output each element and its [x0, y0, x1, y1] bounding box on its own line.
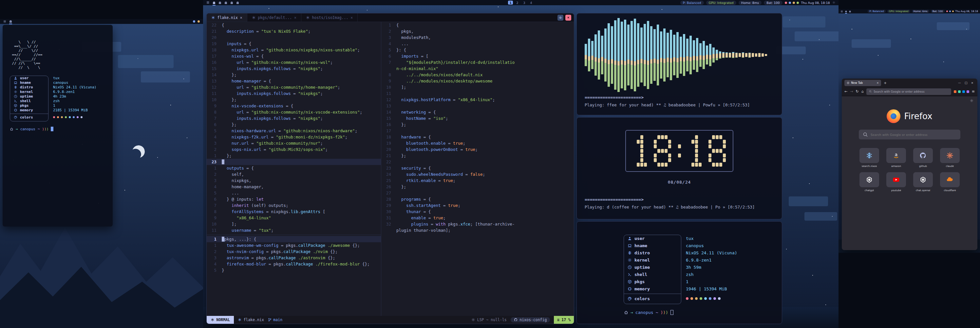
- taskbar-item[interactable]: 4: [529, 1, 534, 5]
- line-number: 3: [207, 177, 222, 184]
- editor-tab-pkgs-default-[interactable]: pkgs/default...×: [247, 13, 301, 22]
- editor-tab-flake-nix[interactable]: flake.nix×: [207, 13, 247, 22]
- forward-button[interactable]: →: [850, 89, 853, 93]
- line-number: 11: [381, 90, 396, 97]
- editor-pane-iso-image[interactable]: 1{2 pkgs,3 modulesPath,4 ...5}: {6 impor…: [381, 22, 574, 316]
- new-tab-button[interactable]: +: [884, 81, 887, 85]
- taskbar-item[interactable]: 1: [508, 1, 513, 5]
- personalize-gear-icon[interactable]: [970, 99, 974, 103]
- shell-prompt[interactable]: →canopus~))): [624, 310, 774, 315]
- tray-icon[interactable]: [793, 2, 795, 4]
- clock-digit: [708, 135, 726, 166]
- editor-pane-flake[interactable]: 22{21 description = "tux's NixOS Flake";…: [207, 22, 381, 233]
- visualizer-bar: [617, 17, 620, 93]
- right-monitor: P: Balanced GPU: Integrated Home: 6ms Ba…: [838, 9, 980, 253]
- shortcut-tile-cloudflare[interactable]: cloudflare: [939, 172, 961, 192]
- code-line: 3 nixpkgs,: [207, 177, 381, 184]
- tray-icon[interactable]: [785, 2, 787, 4]
- workspace-tag[interactable]: [9, 20, 13, 23]
- menu-icon[interactable]: [840, 10, 843, 13]
- visualizer-bar: [742, 17, 744, 93]
- tab-close-icon[interactable]: ×: [877, 81, 879, 84]
- url-bar[interactable]: Search with Google or enter address: [866, 89, 951, 95]
- shortcut-tile-amazon[interactable]: aamazon: [885, 148, 907, 168]
- toggle-button[interactable]: [557, 15, 563, 21]
- home-button[interactable]: ⌂: [861, 89, 864, 93]
- workspace-tag[interactable]: [230, 1, 234, 5]
- extension-icon[interactable]: [967, 90, 969, 93]
- extension-icon[interactable]: [954, 90, 956, 93]
- shortcut-tile-github[interactable]: github: [912, 148, 934, 168]
- back-button[interactable]: ←: [845, 89, 847, 93]
- reload-button[interactable]: ↻: [856, 89, 859, 93]
- code-line: 25 rtkit.enable = true;: [381, 177, 574, 184]
- settings-icon[interactable]: [832, 1, 835, 4]
- tab-close-icon[interactable]: ×: [240, 15, 242, 20]
- line-number: 28: [381, 196, 396, 202]
- visualizer-bar: [591, 17, 593, 93]
- taskbar-item[interactable]: 3: [522, 1, 527, 5]
- shortcut-tile-chat-openai[interactable]: chat.openai: [912, 172, 934, 192]
- code-line: 6 } @ inputs: let: [207, 196, 381, 202]
- workspace-tag[interactable]: [236, 1, 239, 5]
- git-branch: main: [268, 317, 282, 322]
- code-line: 29 ssh.startAgent = true;: [381, 202, 574, 209]
- host-icon: [628, 244, 632, 248]
- editor-tab-hosts-isoimag-[interactable]: hosts/isoImag...×: [301, 13, 358, 22]
- tray-icon[interactable]: [797, 2, 799, 4]
- mode-indicator: NORMAL: [207, 316, 234, 324]
- shell-prompt[interactable]: →canopus~))): [10, 127, 105, 131]
- workspace-tag[interactable]: [224, 1, 228, 5]
- line-number: 25: [381, 177, 396, 184]
- search-bar[interactable]: [859, 130, 960, 139]
- browser-tab[interactable]: New Tab ×: [845, 80, 881, 86]
- line-number: 6: [207, 196, 222, 202]
- line-number: 5: [207, 267, 222, 273]
- shortcut-tile-youtube[interactable]: youtube: [885, 172, 907, 192]
- desktop: \ \ // ==\___\/ // // \// ==// //== //\_…: [0, 0, 980, 328]
- visualizer-bar: [663, 17, 665, 93]
- workspace-tag[interactable]: [218, 1, 222, 5]
- code-line: 5 nixos-hardware.url = "github:nixos/nix…: [207, 128, 381, 134]
- openai-icon: [920, 176, 927, 183]
- line-number: 3: [207, 140, 222, 146]
- workspace-tag[interactable]: [849, 10, 851, 13]
- tab-close-icon[interactable]: ×: [350, 15, 353, 20]
- shortcut-tile-claude[interactable]: claude: [939, 148, 961, 168]
- code-line: 1{pkgs, ...}: {: [207, 236, 381, 242]
- editor-area[interactable]: 22{21 description = "tux's NixOS Flake";…: [207, 22, 574, 316]
- shortcut-tile-search-nixos[interactable]: search.nixos: [859, 148, 880, 168]
- tray-icon[interactable]: [949, 11, 951, 12]
- menu-icon[interactable]: [206, 1, 210, 4]
- workspace-tag[interactable]: [845, 10, 847, 13]
- search-input[interactable]: [870, 133, 956, 136]
- home-icon: [624, 310, 628, 315]
- app-menu-button[interactable]: ≡: [972, 89, 975, 93]
- track-progress-line: ======================>: [585, 95, 774, 100]
- menu-icon[interactable]: [3, 20, 6, 23]
- code-line: 7 inputs.nixpkgs.follows = "nixpkgs";: [207, 115, 381, 122]
- tray-icon[interactable]: [952, 11, 954, 12]
- minimize-button[interactable]: —: [958, 81, 961, 84]
- extension-icon[interactable]: [963, 90, 965, 93]
- line-number: 20: [207, 34, 222, 41]
- tray-icon[interactable]: [946, 11, 948, 12]
- extension-icon[interactable]: [958, 90, 961, 93]
- maximize-button[interactable]: □: [965, 81, 967, 84]
- fetch-colors-row: colors: [10, 115, 105, 119]
- close-button[interactable]: ×: [971, 81, 974, 84]
- code-line: 15 hostName = "iso";: [381, 115, 574, 122]
- line-number: 14: [381, 109, 396, 115]
- tray-icon[interactable]: [193, 20, 195, 22]
- tray-icon[interactable]: [789, 2, 791, 4]
- palette-dot: [69, 116, 71, 118]
- tray-icon[interactable]: [197, 20, 200, 22]
- window-close-button[interactable]: ×: [565, 15, 571, 21]
- workspace-tag[interactable]: [212, 1, 216, 5]
- shortcut-tile-chatgpt[interactable]: chatgpt: [859, 172, 880, 192]
- taskbar-item[interactable]: 2: [515, 1, 520, 5]
- line-number: 27: [381, 190, 396, 196]
- tab-close-icon[interactable]: ×: [294, 15, 296, 20]
- code-line: 8 ../../modules/nixos/default.nix: [381, 72, 574, 78]
- editor-pane-default-nix[interactable]: 1{pkgs, ...}: {1 tux-awesome-wm-config =…: [207, 236, 381, 316]
